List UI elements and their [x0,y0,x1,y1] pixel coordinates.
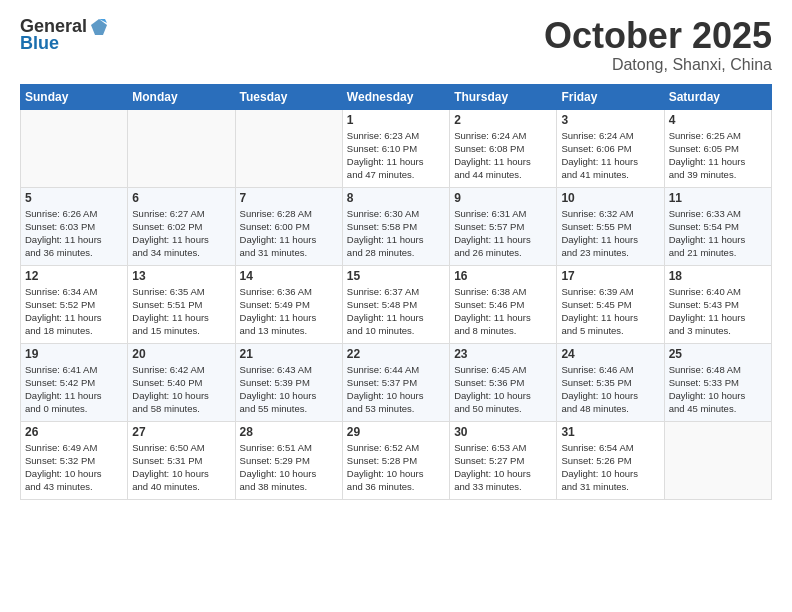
calendar-cell: 30Sunrise: 6:53 AM Sunset: 5:27 PM Dayli… [450,421,557,499]
day-number: 17 [561,269,659,283]
weekday-header: Saturday [664,84,771,109]
calendar-cell: 1Sunrise: 6:23 AM Sunset: 6:10 PM Daylig… [342,109,449,187]
day-number: 4 [669,113,767,127]
calendar-cell: 20Sunrise: 6:42 AM Sunset: 5:40 PM Dayli… [128,343,235,421]
calendar-cell: 19Sunrise: 6:41 AM Sunset: 5:42 PM Dayli… [21,343,128,421]
day-number: 3 [561,113,659,127]
day-number: 6 [132,191,230,205]
calendar-cell: 6Sunrise: 6:27 AM Sunset: 6:02 PM Daylig… [128,187,235,265]
day-info: Sunrise: 6:40 AM Sunset: 5:43 PM Dayligh… [669,285,767,338]
day-number: 16 [454,269,552,283]
day-info: Sunrise: 6:31 AM Sunset: 5:57 PM Dayligh… [454,207,552,260]
day-number: 30 [454,425,552,439]
day-info: Sunrise: 6:24 AM Sunset: 6:06 PM Dayligh… [561,129,659,182]
day-info: Sunrise: 6:27 AM Sunset: 6:02 PM Dayligh… [132,207,230,260]
day-info: Sunrise: 6:52 AM Sunset: 5:28 PM Dayligh… [347,441,445,494]
day-info: Sunrise: 6:32 AM Sunset: 5:55 PM Dayligh… [561,207,659,260]
day-info: Sunrise: 6:35 AM Sunset: 5:51 PM Dayligh… [132,285,230,338]
calendar-cell [128,109,235,187]
weekday-header-row: SundayMondayTuesdayWednesdayThursdayFrid… [21,84,772,109]
calendar: SundayMondayTuesdayWednesdayThursdayFrid… [20,84,772,500]
day-info: Sunrise: 6:25 AM Sunset: 6:05 PM Dayligh… [669,129,767,182]
calendar-cell: 5Sunrise: 6:26 AM Sunset: 6:03 PM Daylig… [21,187,128,265]
day-number: 7 [240,191,338,205]
calendar-cell: 8Sunrise: 6:30 AM Sunset: 5:58 PM Daylig… [342,187,449,265]
day-number: 12 [25,269,123,283]
calendar-cell: 28Sunrise: 6:51 AM Sunset: 5:29 PM Dayli… [235,421,342,499]
calendar-cell: 2Sunrise: 6:24 AM Sunset: 6:08 PM Daylig… [450,109,557,187]
day-info: Sunrise: 6:39 AM Sunset: 5:45 PM Dayligh… [561,285,659,338]
day-number: 18 [669,269,767,283]
calendar-cell: 7Sunrise: 6:28 AM Sunset: 6:00 PM Daylig… [235,187,342,265]
calendar-week-row: 12Sunrise: 6:34 AM Sunset: 5:52 PM Dayli… [21,265,772,343]
location-title: Datong, Shanxi, China [544,56,772,74]
day-number: 19 [25,347,123,361]
page-container: General Blue October 2025 Datong, Shanxi… [0,0,792,612]
calendar-cell [21,109,128,187]
calendar-cell: 22Sunrise: 6:44 AM Sunset: 5:37 PM Dayli… [342,343,449,421]
day-number: 8 [347,191,445,205]
calendar-cell: 25Sunrise: 6:48 AM Sunset: 5:33 PM Dayli… [664,343,771,421]
calendar-cell: 27Sunrise: 6:50 AM Sunset: 5:31 PM Dayli… [128,421,235,499]
day-info: Sunrise: 6:23 AM Sunset: 6:10 PM Dayligh… [347,129,445,182]
day-number: 23 [454,347,552,361]
day-number: 29 [347,425,445,439]
day-number: 28 [240,425,338,439]
day-info: Sunrise: 6:43 AM Sunset: 5:39 PM Dayligh… [240,363,338,416]
logo-icon [89,17,109,37]
calendar-cell: 4Sunrise: 6:25 AM Sunset: 6:05 PM Daylig… [664,109,771,187]
month-title: October 2025 [544,16,772,56]
calendar-week-row: 26Sunrise: 6:49 AM Sunset: 5:32 PM Dayli… [21,421,772,499]
calendar-cell: 12Sunrise: 6:34 AM Sunset: 5:52 PM Dayli… [21,265,128,343]
day-number: 26 [25,425,123,439]
calendar-cell: 18Sunrise: 6:40 AM Sunset: 5:43 PM Dayli… [664,265,771,343]
day-info: Sunrise: 6:44 AM Sunset: 5:37 PM Dayligh… [347,363,445,416]
day-info: Sunrise: 6:36 AM Sunset: 5:49 PM Dayligh… [240,285,338,338]
day-number: 21 [240,347,338,361]
day-info: Sunrise: 6:38 AM Sunset: 5:46 PM Dayligh… [454,285,552,338]
calendar-week-row: 5Sunrise: 6:26 AM Sunset: 6:03 PM Daylig… [21,187,772,265]
day-number: 11 [669,191,767,205]
calendar-cell: 14Sunrise: 6:36 AM Sunset: 5:49 PM Dayli… [235,265,342,343]
calendar-cell: 3Sunrise: 6:24 AM Sunset: 6:06 PM Daylig… [557,109,664,187]
day-info: Sunrise: 6:26 AM Sunset: 6:03 PM Dayligh… [25,207,123,260]
day-info: Sunrise: 6:37 AM Sunset: 5:48 PM Dayligh… [347,285,445,338]
day-number: 25 [669,347,767,361]
day-number: 20 [132,347,230,361]
calendar-cell: 26Sunrise: 6:49 AM Sunset: 5:32 PM Dayli… [21,421,128,499]
calendar-week-row: 1Sunrise: 6:23 AM Sunset: 6:10 PM Daylig… [21,109,772,187]
calendar-cell: 11Sunrise: 6:33 AM Sunset: 5:54 PM Dayli… [664,187,771,265]
day-number: 27 [132,425,230,439]
day-number: 10 [561,191,659,205]
day-number: 31 [561,425,659,439]
day-info: Sunrise: 6:53 AM Sunset: 5:27 PM Dayligh… [454,441,552,494]
calendar-cell: 31Sunrise: 6:54 AM Sunset: 5:26 PM Dayli… [557,421,664,499]
day-number: 13 [132,269,230,283]
weekday-header: Monday [128,84,235,109]
weekday-header: Thursday [450,84,557,109]
day-info: Sunrise: 6:49 AM Sunset: 5:32 PM Dayligh… [25,441,123,494]
header: General Blue October 2025 Datong, Shanxi… [20,16,772,74]
weekday-header: Sunday [21,84,128,109]
calendar-cell [235,109,342,187]
day-info: Sunrise: 6:42 AM Sunset: 5:40 PM Dayligh… [132,363,230,416]
day-info: Sunrise: 6:50 AM Sunset: 5:31 PM Dayligh… [132,441,230,494]
day-number: 22 [347,347,445,361]
calendar-cell: 16Sunrise: 6:38 AM Sunset: 5:46 PM Dayli… [450,265,557,343]
day-info: Sunrise: 6:54 AM Sunset: 5:26 PM Dayligh… [561,441,659,494]
calendar-cell: 21Sunrise: 6:43 AM Sunset: 5:39 PM Dayli… [235,343,342,421]
day-number: 9 [454,191,552,205]
calendar-cell: 23Sunrise: 6:45 AM Sunset: 5:36 PM Dayli… [450,343,557,421]
weekday-header: Tuesday [235,84,342,109]
calendar-cell: 13Sunrise: 6:35 AM Sunset: 5:51 PM Dayli… [128,265,235,343]
day-info: Sunrise: 6:46 AM Sunset: 5:35 PM Dayligh… [561,363,659,416]
weekday-header: Wednesday [342,84,449,109]
title-block: October 2025 Datong, Shanxi, China [544,16,772,74]
calendar-cell: 17Sunrise: 6:39 AM Sunset: 5:45 PM Dayli… [557,265,664,343]
day-info: Sunrise: 6:28 AM Sunset: 6:00 PM Dayligh… [240,207,338,260]
logo: General Blue [20,16,109,54]
weekday-header: Friday [557,84,664,109]
calendar-cell [664,421,771,499]
day-info: Sunrise: 6:24 AM Sunset: 6:08 PM Dayligh… [454,129,552,182]
day-number: 24 [561,347,659,361]
